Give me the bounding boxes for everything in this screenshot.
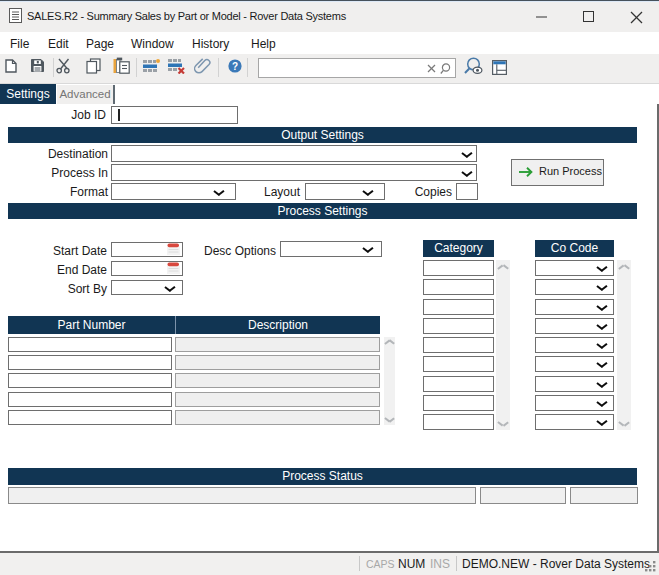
svg-text:?: ? — [232, 61, 238, 72]
